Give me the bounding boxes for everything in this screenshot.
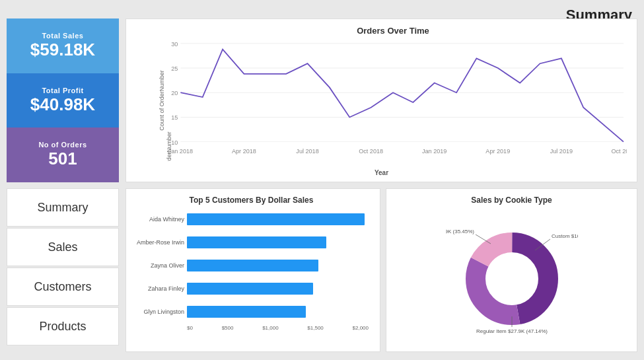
svg-text:Jul 2018: Jul 2018 [296,148,318,155]
bar-2 [187,236,326,248]
bar-xtick-0: $0 [187,325,193,331]
orders-chart-title: Orders Over Time [159,26,627,36]
bar-label-5: Glyn Livingston [133,308,184,315]
nav-summary[interactable]: Summary [7,188,119,227]
nav-customers[interactable]: Customers [7,268,119,306]
donut-label-seasonal: Seasonal $20.9K (35.45%) [446,229,474,234]
orders-chart-svg: 30 25 20 15 10 Count of OrderNumber Jan … [159,38,627,161]
bar-row-3: Zayna Oliver [187,255,370,275]
bar-rows: Aida Whitney Amber-Rose Irwin Zayna Oliv… [133,209,370,322]
donut-container: Seasonal $20.9K (35.45%) Custom $10.3K (… [393,209,630,342]
total-sales-block: Total Sales $59.18K [7,18,119,73]
bar-3 [187,260,318,271]
bar-row-1: Aida Whitney [187,209,370,229]
bar-xtick-2000: $2,000 [353,325,369,331]
bar-chart-panel: Top 5 Customers By Dollar Sales Aida Whi… [125,188,380,352]
nav-products[interactable]: Products [7,307,119,345]
bar-x-axis: $0 $500 $1,000 $1,500 $2,000 [133,325,370,331]
bar-xtick-1000: $1,000 [262,325,278,331]
orders-y-axis-label: Count of OrderNumber [159,70,165,131]
bar-xtick-1500: $1,500 [307,325,323,331]
bar-label-3: Zayna Oliver [133,262,184,269]
svg-text:Count of OrderNumber: Count of OrderNumber [166,131,172,161]
bar-5 [187,306,306,318]
bar-label-1: Aida Whitney [133,216,184,223]
donut-label-regular: Regular Item $27.9K (47.14%) [476,328,547,334]
svg-text:Oct 2019: Oct 2019 [612,148,627,155]
orders-count-block: No of Orders 501 [7,127,119,182]
orders-x-axis-label: Year [375,169,388,176]
orders-count-value: 501 [48,149,77,169]
total-profit-label: Total Profit [42,87,83,94]
total-sales-label: Total Sales [42,32,84,40]
donut-center [487,254,537,304]
nav-panel: Summary Sales Customers Products [7,188,119,345]
donut-label-custom: Custom $10.3K (17.41%) [552,233,578,239]
svg-text:Jan 2018: Jan 2018 [168,148,193,155]
svg-text:Apr 2019: Apr 2019 [485,148,510,155]
svg-text:Apr 2018: Apr 2018 [232,148,256,155]
svg-text:25: 25 [171,65,178,72]
donut-chart-title: Sales by Cookie Type [393,196,630,205]
bar-label-2: Amber-Rose Irwin [133,239,184,246]
orders-count-label: No of Orders [38,141,87,149]
svg-text:15: 15 [171,114,178,121]
total-sales-value: $59.18K [30,40,95,60]
bar-label-4: Zahara Finley [133,285,184,292]
bar-chart-title: Top 5 Customers By Dollar Sales [133,196,370,205]
nav-sales[interactable]: Sales [7,228,119,266]
bottom-charts: Top 5 Customers By Dollar Sales Aida Whi… [125,188,637,352]
bar-row-2: Amber-Rose Irwin [187,232,370,252]
bar-chart-body: Aida Whitney Amber-Rose Irwin Zayna Oliv… [133,209,370,322]
bar-4 [187,283,313,295]
bar-row-4: Zahara Finley [187,279,370,299]
stats-panel: Total Sales $59.18K Total Profit $40.98K… [7,18,119,182]
bar-1 [187,213,365,225]
bar-xtick-500: $500 [222,325,234,331]
donut-chart-panel: Sales by Cookie Type Seasonal $20.9K (35… [386,188,637,352]
total-profit-block: Total Profit $40.98K [7,73,119,128]
total-profit-value: $40.98K [30,94,95,115]
donut-svg: Seasonal $20.9K (35.45%) Custom $10.3K (… [446,216,578,335]
svg-text:Jul 2019: Jul 2019 [550,148,573,155]
bar-row-5: Glyn Livingston [187,302,370,322]
orders-over-time-chart: Orders Over Time 30 25 20 15 10 Count of… [125,18,637,182]
svg-text:20: 20 [171,90,178,96]
svg-text:30: 30 [171,41,178,48]
svg-text:Oct 2018: Oct 2018 [359,148,383,155]
svg-text:Jan 2019: Jan 2019 [422,148,447,155]
